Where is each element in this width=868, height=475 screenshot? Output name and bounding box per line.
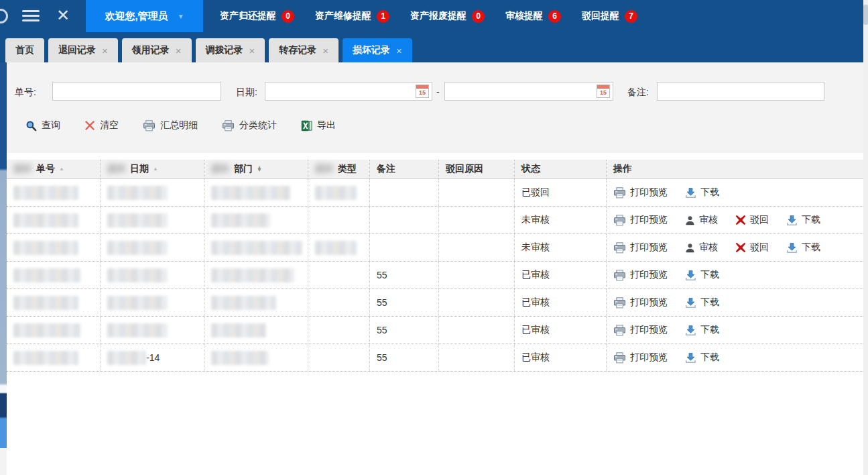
- reject-action[interactable]: 驳回: [735, 242, 769, 254]
- welcome-user-button[interactable]: 欢迎您,管理员 ▼: [86, 0, 203, 32]
- cell-order-no: [7, 234, 101, 261]
- date-to-input[interactable]: [444, 82, 613, 101]
- notice-item-1[interactable]: 资产维修提醒1: [315, 10, 389, 23]
- tab-close-icon[interactable]: ×: [322, 45, 328, 56]
- print-preview-action[interactable]: 打印预览: [613, 324, 668, 336]
- records-table: 损坏单号▲损坏日期▲损坏部门▲▼损坏类型备注驳回原因状态操作 已驳回打印预览下载…: [7, 160, 863, 372]
- order-no-input[interactable]: [52, 82, 221, 101]
- row-actions: 打印预览下载: [613, 187, 719, 199]
- redacted-cell-content: [211, 268, 294, 282]
- column-header-损坏单号[interactable]: 损坏单号▲: [7, 160, 101, 178]
- close-icon[interactable]: ✕: [56, 6, 70, 25]
- download-action-label: 下载: [700, 187, 719, 199]
- cell-date: [101, 207, 204, 233]
- column-header-驳回原因: 驳回原因: [439, 160, 515, 178]
- date-from-input[interactable]: [265, 82, 432, 101]
- remark-input[interactable]: [657, 82, 824, 101]
- tab-转存记录[interactable]: 转存记录×: [269, 38, 338, 62]
- search-button[interactable]: 查询: [25, 119, 60, 131]
- download-action[interactable]: 下载: [685, 269, 719, 281]
- cell-type: [308, 317, 370, 344]
- notice-item-2[interactable]: 资产报废提醒0: [410, 10, 485, 23]
- row-actions: 打印预览审核驳回下载: [613, 214, 820, 226]
- tab-首页[interactable]: 首页: [5, 38, 44, 62]
- download-action[interactable]: 下载: [786, 214, 820, 226]
- sort-icon[interactable]: ▲▼: [257, 166, 262, 172]
- tab-领用记录[interactable]: 领用记录×: [122, 38, 192, 62]
- tab-close-icon[interactable]: ×: [249, 45, 255, 56]
- export-button[interactable]: 导出: [301, 119, 336, 131]
- reject-action[interactable]: 驳回: [735, 214, 769, 226]
- column-header-损坏日期[interactable]: 损坏日期▲: [101, 160, 204, 178]
- person-icon: [685, 215, 695, 225]
- cell-remark: 55: [370, 262, 439, 288]
- download-action[interactable]: 下载: [685, 352, 719, 364]
- notice-item-4[interactable]: 驳回提醒7: [582, 10, 637, 23]
- tab-label: 领用记录: [132, 44, 170, 56]
- notice-item-3[interactable]: 审核提醒6: [505, 10, 561, 23]
- download-action[interactable]: 下载: [685, 187, 719, 199]
- sort-asc-icon[interactable]: ▲: [59, 168, 64, 170]
- print-preview-action[interactable]: 打印预览: [613, 187, 668, 199]
- tab-损坏记录[interactable]: 损坏记录×: [343, 38, 412, 62]
- printer-icon: [613, 270, 626, 281]
- tab-close-icon[interactable]: ×: [102, 45, 108, 56]
- table-header-row: 损坏单号▲损坏日期▲损坏部门▲▼损坏类型备注驳回原因状态操作: [7, 160, 863, 179]
- cell-status: 已审核: [515, 289, 607, 316]
- download-icon: [685, 270, 696, 281]
- cell-order-no: [7, 289, 101, 316]
- print-preview-action-label: 打印预览: [630, 297, 668, 309]
- redacted-cell-content: [211, 186, 290, 200]
- print-preview-action[interactable]: 打印预览: [613, 242, 668, 254]
- scrollbar-thumb[interactable]: [863, 5, 868, 25]
- notice-label: 资产归还提醒: [220, 10, 276, 22]
- printer-icon: [222, 120, 235, 131]
- table-row[interactable]: -1455已审核打印预览下载: [7, 344, 863, 372]
- category-stats-button[interactable]: 分类统计: [222, 119, 277, 131]
- print-preview-action[interactable]: 打印预览: [613, 269, 668, 281]
- cell-remark: [370, 207, 439, 233]
- tab-退回记录[interactable]: 退回记录×: [48, 38, 118, 62]
- summary-detail-button[interactable]: 汇总明细: [143, 119, 198, 131]
- redacted-cell-content: [107, 213, 168, 227]
- tab-close-icon[interactable]: ×: [396, 45, 402, 56]
- printer-icon: [613, 352, 626, 364]
- sort-asc-icon[interactable]: ▲: [153, 168, 158, 170]
- print-preview-action[interactable]: 打印预览: [613, 352, 668, 364]
- cell-status: 已驳回: [515, 179, 607, 206]
- calendar-icon[interactable]: 15: [597, 85, 610, 98]
- download-action[interactable]: 下载: [786, 242, 820, 254]
- print-preview-action[interactable]: 打印预览: [613, 297, 668, 309]
- table-row[interactable]: 55已审核打印预览下载: [7, 317, 863, 344]
- redacted-header-text: 损坏: [107, 163, 126, 175]
- table-body: 已驳回打印预览下载未审核打印预览审核驳回下载未审核打印预览审核驳回下载55已审核…: [7, 179, 863, 372]
- print-preview-action[interactable]: 打印预览: [613, 214, 668, 226]
- toolbar: 查询清空汇总明细分类统计导出: [25, 115, 336, 136]
- download-action[interactable]: 下载: [685, 324, 719, 336]
- approve-action[interactable]: 审核: [685, 242, 718, 254]
- column-header-label: 状态: [521, 163, 540, 175]
- table-row[interactable]: 未审核打印预览审核驳回下载: [7, 234, 863, 262]
- table-row[interactable]: 55已审核打印预览下载: [7, 262, 863, 289]
- clear-button[interactable]: 清空: [84, 119, 119, 131]
- tab-close-icon[interactable]: ×: [176, 45, 182, 56]
- table-row[interactable]: 已驳回打印预览下载: [7, 179, 863, 207]
- table-row[interactable]: 未审核打印预览审核驳回下载: [7, 207, 863, 234]
- cell-department: [204, 234, 308, 261]
- download-icon: [786, 242, 798, 254]
- notice-item-0[interactable]: 资产归还提醒0: [220, 10, 294, 23]
- approve-action-label: 审核: [699, 214, 718, 226]
- chevron-down-icon: ▼: [178, 13, 184, 20]
- redacted-cell-content: [107, 268, 168, 282]
- download-action[interactable]: 下载: [685, 297, 719, 309]
- tab-调拨记录[interactable]: 调拨记录×: [196, 38, 265, 62]
- column-header-label: 备注: [377, 163, 395, 175]
- column-header-操作: 操作: [607, 160, 863, 178]
- approve-action[interactable]: 审核: [685, 214, 718, 226]
- calendar-icon[interactable]: 15: [416, 85, 429, 98]
- scrollbar[interactable]: [863, 0, 868, 475]
- menu-toggle-icon[interactable]: [22, 10, 40, 24]
- print-preview-action-label: 打印预览: [630, 242, 668, 254]
- table-row[interactable]: 55已审核打印预览下载: [7, 289, 863, 317]
- column-header-损坏部门[interactable]: 损坏部门▲▼: [204, 160, 308, 178]
